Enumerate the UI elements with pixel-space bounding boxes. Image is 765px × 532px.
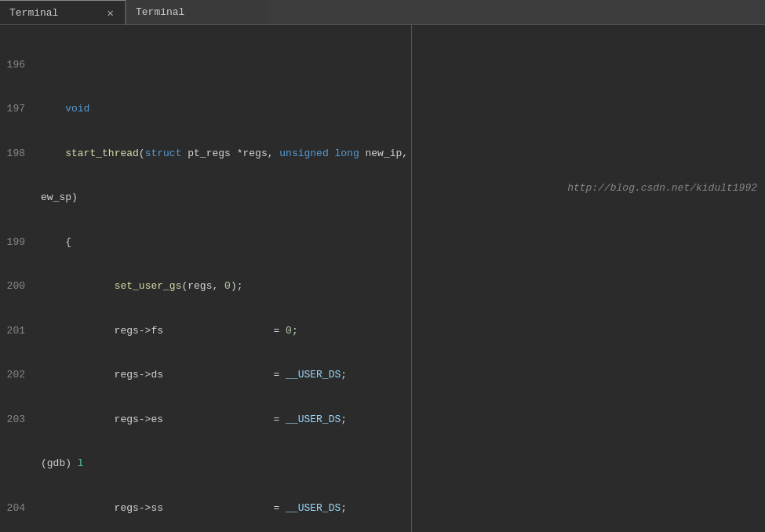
line-204: 204 regs->ss = __USER_DS;: [0, 501, 411, 516]
url-text: http://blog.csdn.net/kidult1992: [567, 182, 757, 194]
code-block: 196 197 void 198 start_: [0, 25, 411, 532]
line-number: 199: [0, 235, 31, 250]
line-number: 202: [0, 368, 31, 383]
line-number: 201: [0, 324, 31, 339]
content-area: 196 197 void 198 start_: [0, 25, 765, 532]
app-container: Terminal ✕ Terminal 196 197: [0, 0, 765, 532]
terminal-left[interactable]: 196 197 void 198 start_: [0, 25, 412, 532]
gdb-prompt-1: (gdb) l: [0, 457, 411, 472]
terminal-right[interactable]: http://blog.csdn.net/kidult1992: [412, 25, 765, 532]
line-number: 200: [0, 279, 31, 294]
line-203: 203 regs->es = __USER_DS;: [0, 413, 411, 428]
right-code-block: http://blog.csdn.net/kidult1992: [412, 25, 765, 260]
line-number: 196: [0, 58, 31, 73]
line-202: 202 regs->ds = __USER_DS;: [0, 368, 411, 383]
tab-right-terminal[interactable]: Terminal: [126, 0, 267, 24]
line-200: 200 set_user_gs(regs, 0);: [0, 279, 411, 294]
tab-left-terminal[interactable]: Terminal ✕: [0, 0, 126, 24]
tabs-row: Terminal ✕ Terminal: [0, 0, 765, 25]
tab-left-label: Terminal: [9, 7, 58, 19]
line-201: 201 regs->fs = 0;: [0, 324, 411, 339]
line-198-cont: ew_sp): [0, 191, 411, 206]
tab-close-icon[interactable]: ✕: [106, 6, 115, 20]
line-number: 204: [0, 501, 31, 516]
tab-right-label: Terminal: [136, 6, 184, 18]
line-number: 198: [0, 147, 31, 162]
line-199: 199 {: [0, 235, 411, 250]
line-198: 198 start_thread(struct pt_regs *regs, u…: [0, 147, 411, 162]
line-number: 197: [0, 102, 31, 117]
url-watermark: http://blog.csdn.net/kidult1992: [494, 166, 757, 211]
line-197: 197 void: [0, 102, 411, 117]
line-196: 196: [0, 58, 411, 73]
line-number: 203: [0, 413, 31, 428]
